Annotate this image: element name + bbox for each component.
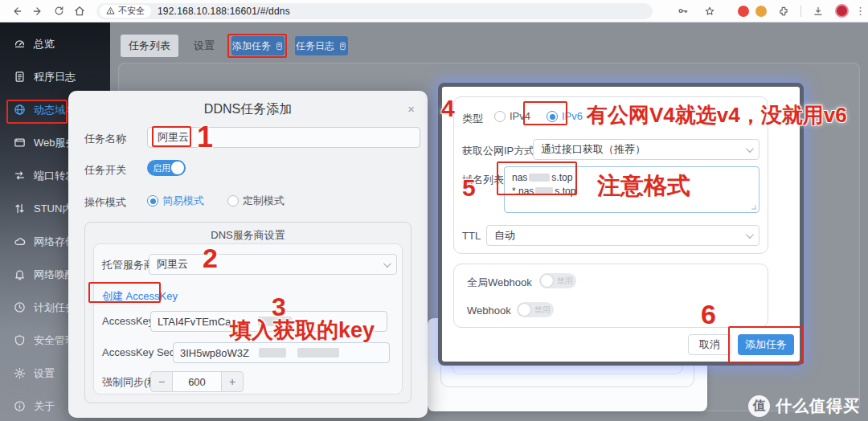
- ipv6-label: IPv6: [562, 110, 583, 122]
- dashboard-icon: [14, 38, 26, 50]
- provider-label: 托管服务商: [102, 258, 154, 272]
- url-text: 192.168.10.188:16601/#/ddns: [158, 6, 290, 17]
- chevron-down-icon: [746, 145, 754, 153]
- submit-add-task-button[interactable]: 添加任务: [738, 334, 794, 355]
- cloud-icon: [14, 235, 26, 247]
- security-label: 不安全: [118, 5, 145, 17]
- blur-redaction: [535, 187, 553, 195]
- port-forward-icon: [14, 170, 26, 182]
- ip-method-label: 获取公网IP方式: [462, 144, 534, 158]
- ak-secret-input[interactable]: 3IH5wp8oW3Z: [173, 342, 390, 363]
- extension-cookie-icon[interactable]: [755, 6, 767, 17]
- password-key-icon[interactable]: [672, 2, 693, 20]
- ip-method-select[interactable]: 通过接口获取（推荐）: [533, 139, 760, 160]
- radio-on-icon: [147, 195, 158, 206]
- gear-icon: [14, 367, 26, 379]
- ip-settings-box: 类型 IPv4 IPv6 获取公网IP方式 通过接口获取（推荐） 域名列表 na…: [453, 96, 768, 254]
- task-switch-toggle[interactable]: 启用: [147, 160, 186, 176]
- stepper-minus-button[interactable]: −: [150, 371, 173, 392]
- task-log-button[interactable]: 任务日志: [295, 36, 348, 55]
- ipv6-radio[interactable]: IPv6: [547, 109, 583, 124]
- ttl-label: TTL: [462, 230, 481, 242]
- webhook-label: Webhook: [467, 305, 511, 317]
- radio-off-icon: [494, 111, 506, 122]
- watermark-text: 什么值得买: [776, 395, 860, 417]
- warning-icon: [106, 6, 115, 15]
- ddns-detail-dialog: 类型 IPv4 IPv6 获取公网IP方式 通过接口获取（推荐） 域名列表 na…: [438, 83, 804, 366]
- page-root: 不安全 192.168.10.188:16601/#/ddns ⋮ 总览 程序日…: [0, 0, 868, 421]
- address-bar[interactable]: 不安全 192.168.10.188:16601/#/ddns: [96, 3, 653, 19]
- profile-avatar[interactable]: [835, 4, 849, 18]
- domains-label: 域名列表: [462, 173, 504, 187]
- extension-adblock-icon[interactable]: [738, 6, 749, 17]
- blur-redaction: [529, 174, 550, 182]
- task-name-input[interactable]: 阿里云: [147, 127, 420, 148]
- mode-custom-radio[interactable]: 定制模式: [227, 194, 285, 208]
- bookmark-star-icon[interactable]: [699, 2, 720, 20]
- ak-secret-value: 3IH5wp8oW3Z: [180, 347, 249, 359]
- toggle-off-text: 禁用: [534, 305, 551, 316]
- stepper-plus-button[interactable]: +: [221, 371, 244, 392]
- resize-handle-icon[interactable]: [751, 205, 756, 210]
- global-webhook-toggle[interactable]: 禁用: [539, 273, 576, 288]
- document-icon: [338, 42, 347, 51]
- sidebar-item-overview[interactable]: 总览: [0, 27, 110, 60]
- dns-provider-box: 托管服务商 阿里云 创建 AccessKey AccessKey ID LTAI…: [93, 243, 403, 394]
- task-switch-label: 任务开关: [84, 163, 126, 178]
- toggle-knob: [171, 161, 184, 174]
- provider-value: 阿里云: [157, 257, 188, 272]
- type-label: 类型: [462, 112, 483, 126]
- toggle-on-text: 启用: [153, 162, 170, 174]
- stun-arrows-icon: [14, 202, 26, 215]
- mode-simple-radio[interactable]: 简易模式: [147, 194, 204, 208]
- chevron-down-icon: [383, 260, 391, 268]
- ak-id-input[interactable]: LTAI4FvTEmCa: [150, 311, 387, 332]
- mode-custom-label: 定制模式: [243, 194, 285, 206]
- toolbar-divider: [800, 6, 801, 17]
- ipv4-label: IPv4: [510, 110, 530, 122]
- dns-provider-section: DNS服务商设置 托管服务商 阿里云 创建 AccessKey AccessKe…: [84, 222, 411, 403]
- ak-id-value: LTAI4FvTEmCa: [158, 316, 231, 328]
- tab-task-list[interactable]: 任务列表: [121, 35, 178, 57]
- provider-select[interactable]: 阿里云: [149, 254, 397, 275]
- ipv4-radio[interactable]: IPv4: [494, 109, 530, 124]
- browser-menu-icon[interactable]: ⋮: [855, 5, 866, 17]
- home-icon[interactable]: [69, 2, 90, 20]
- sync-interval-value[interactable]: 600: [173, 371, 221, 392]
- webhook-box: 全局Webhook 禁用 Webhook 禁用: [453, 264, 768, 328]
- ttl-value: 自动: [494, 228, 515, 243]
- ddns-add-dialog: DDNS任务添加 × 任务名称 阿里云 任务开关 启用 操作模式 简易模式 定制…: [68, 91, 428, 418]
- tab-settings[interactable]: 设置: [183, 35, 225, 57]
- close-icon[interactable]: ×: [407, 102, 415, 116]
- webhook-toggle[interactable]: 禁用: [517, 302, 554, 317]
- security-chip[interactable]: 不安全: [100, 5, 151, 18]
- domain-line-2: *.nass.top: [512, 185, 751, 198]
- task-name-label: 任务名称: [84, 132, 126, 146]
- cancel-button[interactable]: 取消: [688, 334, 731, 355]
- extensions-puzzle-icon[interactable]: [773, 2, 794, 20]
- chevron-down-icon: [746, 231, 754, 239]
- ttl-select[interactable]: 自动: [486, 225, 760, 246]
- toggle-knob: [541, 275, 553, 287]
- downloads-icon[interactable]: [808, 2, 829, 20]
- reload-icon[interactable]: [48, 2, 69, 20]
- create-accesskey-link[interactable]: 创建 AccessKey: [102, 289, 178, 304]
- ip-method-value: 通过接口获取（推荐）: [541, 142, 645, 157]
- browser-actions: ⋮: [672, 2, 866, 20]
- log-icon: [14, 71, 26, 83]
- document-icon: [275, 42, 284, 51]
- back-icon[interactable]: [6, 2, 27, 20]
- info-icon: [14, 400, 26, 412]
- shield-icon: [14, 334, 26, 346]
- mode-label: 操作模式: [84, 195, 126, 210]
- domains-textarea[interactable]: nass.top *.nass.top: [504, 166, 760, 213]
- blur-redaction: [258, 317, 292, 326]
- clock-icon: [14, 301, 26, 313]
- domain-line-1: nass.top: [512, 171, 751, 185]
- globe-icon: [14, 104, 26, 116]
- radio-off-icon: [227, 195, 239, 206]
- forward-icon[interactable]: [27, 2, 48, 20]
- sidebar-item-program-log[interactable]: 程序日志: [0, 60, 110, 93]
- add-task-button[interactable]: 添加任务: [231, 36, 285, 55]
- global-webhook-label: 全局Webhook: [467, 276, 532, 290]
